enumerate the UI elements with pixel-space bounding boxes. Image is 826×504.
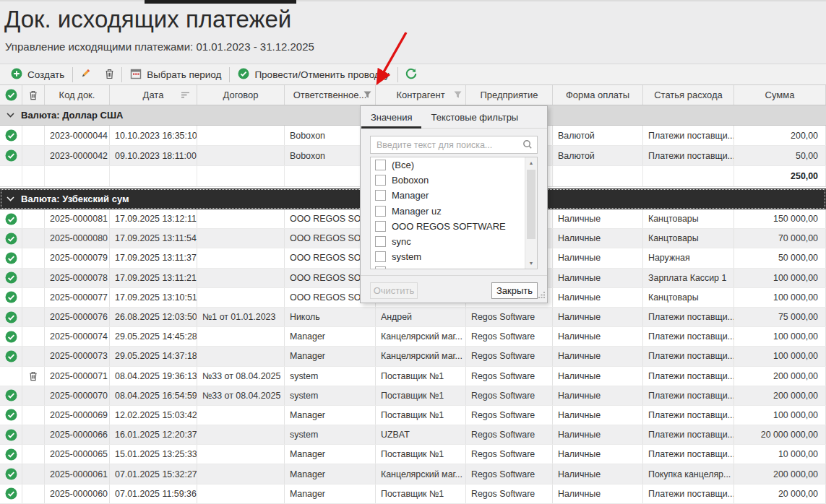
table-row[interactable]: 2025-000006515.01.2025 13:25:33ManagerПо…: [0, 445, 826, 464]
cell-expense_item: Платежи поставщи...: [643, 406, 734, 425]
cell-code: 2025-0000071: [45, 367, 110, 386]
cell-date: 26.08.2025 12:03:50: [110, 308, 197, 326]
post-button-label: Провести/Отменить проводку: [254, 69, 389, 80]
create-button[interactable]: Создать: [3, 64, 72, 84]
column-header-payment_form[interactable]: Форма оплаты: [553, 85, 643, 105]
resize-grip-icon[interactable]: [538, 288, 546, 301]
scroll-up-icon[interactable]: ▲: [525, 157, 537, 168]
filter-item[interactable]: Boboxon: [371, 173, 525, 188]
cell-date: 07.01.2025 15:32:27: [110, 464, 197, 483]
scroll-down-icon[interactable]: ▼: [525, 258, 537, 269]
table-row[interactable]: 2025-000007626.08.2025 12:03:50№1 от 01.…: [0, 308, 826, 327]
cell-expense_item: Канцтовары: [643, 229, 734, 248]
chevron-down-icon[interactable]: [7, 113, 14, 118]
column-header-contract[interactable]: Договор: [197, 85, 285, 105]
cell-code: 2025-0000069: [45, 406, 110, 425]
cell-contract: [197, 209, 285, 228]
column-header-counterparty[interactable]: Контрагент: [376, 85, 466, 105]
cell-delete: [22, 269, 45, 287]
checkbox[interactable]: [375, 251, 386, 262]
sort-icon[interactable]: [181, 90, 190, 100]
clear-filter-button[interactable]: Очистить: [370, 282, 418, 299]
checkbox[interactable]: [375, 175, 386, 186]
scrollbar-thumb[interactable]: [527, 170, 535, 239]
checkbox[interactable]: [375, 160, 386, 170]
filter-item[interactable]: sync: [371, 234, 525, 249]
column-header-code[interactable]: Код док.: [45, 85, 110, 105]
cell-date: 17.09.2025 13:11:37: [110, 248, 197, 267]
cell-status: [0, 445, 22, 464]
posted-check-icon: [5, 311, 17, 323]
close-filter-button[interactable]: Закрыть: [491, 282, 538, 299]
cell-payment_form: Наличные: [553, 288, 643, 307]
cell-counterparty: Поставщик №1: [376, 485, 466, 503]
filter-item[interactable]: Manager: [371, 188, 525, 203]
cell-enterprise: Regos Software: [466, 464, 553, 483]
cell-amount: 100 000,00: [734, 327, 826, 346]
cell-payment_form: Наличные: [553, 248, 643, 267]
cell-delete: [22, 485, 45, 503]
trash-icon: [28, 90, 38, 100]
cell-delete: [22, 386, 45, 405]
column-header-responsible[interactable]: Ответственное...: [285, 85, 376, 105]
cell-expense_item: Платежи поставщи...: [643, 308, 734, 326]
table-row[interactable]: 2025-000006007.01.2025 11:59:36ManagerПо…: [0, 485, 826, 504]
cell-contract: [197, 406, 285, 425]
post-button[interactable]: Провести/Отменить проводку: [230, 64, 397, 84]
checkbox[interactable]: [375, 190, 386, 201]
filter-item[interactable]: OOO REGOS SOFTWARE: [371, 219, 525, 234]
cell-date: 16.01.2025 12:20:37: [110, 425, 197, 444]
filter-item[interactable]: (Все): [371, 157, 525, 173]
filter-search-input[interactable]: [370, 136, 538, 154]
tab-text-filters[interactable]: Текстовые фильтры: [421, 106, 528, 128]
checkbox[interactable]: [375, 236, 386, 247]
table-row[interactable]: 2025-000007108.04.2025 19:36:13№33 от 08…: [0, 367, 826, 386]
delete-button[interactable]: [98, 64, 121, 84]
cell-code: 2025-0000060: [45, 485, 110, 503]
cell-delete: [22, 248, 45, 267]
column-header-amount[interactable]: Сумма: [734, 85, 826, 105]
column-header-status[interactable]: [0, 85, 22, 105]
posted-check-icon: [5, 149, 17, 162]
table-row[interactable]: 2025-000006912.02.2025 15:03:42ManagerПо…: [0, 406, 826, 425]
tab-values[interactable]: Значения: [361, 106, 421, 128]
checkbox[interactable]: [375, 266, 386, 269]
filter-funnel-icon[interactable]: [363, 90, 371, 100]
table-row[interactable]: 2025-000006616.01.2025 12:20:37systemUZB…: [0, 425, 826, 445]
table-row[interactable]: 2025-000007008.04.2025 16:54:59№33 от 08…: [0, 386, 826, 406]
select-period-button[interactable]: Выбрать период: [122, 64, 229, 84]
refresh-button[interactable]: [398, 64, 424, 84]
filter-item[interactable]: Manager uz: [371, 204, 525, 219]
filter-item[interactable]: system: [371, 249, 525, 264]
filter-item[interactable]: [371, 264, 525, 269]
cell-code: 2025-0000065: [45, 445, 110, 464]
cell-status: [0, 406, 22, 425]
column-header-enterprise[interactable]: Предприятие: [466, 85, 553, 105]
edit-button[interactable]: [73, 64, 98, 84]
cell-contract: [197, 327, 285, 346]
cell-amount: 100 000,00: [734, 347, 826, 365]
table-row[interactable]: 2025-000006107.01.2025 15:32:27ManagerКа…: [0, 464, 826, 484]
posted-check-icon: [5, 409, 17, 421]
cell-code: 2023-0000042: [45, 146, 110, 165]
cell-contract: [197, 126, 285, 145]
cell-enterprise: Regos Software: [466, 406, 553, 425]
cell-delete: [22, 425, 45, 444]
list-scrollbar[interactable]: ▲ ▼: [525, 157, 537, 269]
checkbox[interactable]: [375, 221, 386, 232]
cell-code: 2025-0000078: [45, 269, 110, 287]
column-header-date[interactable]: Дата: [110, 85, 197, 105]
cell-expense_item: Платежи поставщи...: [643, 386, 734, 405]
cell-code: 2025-0000070: [45, 386, 110, 405]
column-header-expense_item[interactable]: Статья расхода: [643, 85, 734, 105]
filter-funnel-icon[interactable]: [454, 90, 462, 100]
cell-payment_form: Наличные: [553, 425, 643, 444]
table-row[interactable]: 2025-000007429.05.2025 14:45:28ManagerКа…: [0, 327, 826, 347]
cell-contract: №33 от 08.04.2025: [197, 386, 285, 405]
checkbox[interactable]: [375, 206, 386, 217]
cell-enterprise: Regos Software: [466, 485, 553, 503]
column-header-delete[interactable]: [22, 85, 45, 105]
cell-responsible: Manager: [285, 347, 376, 365]
table-row[interactable]: 2025-000007329.05.2025 14:37:18ManagerКа…: [0, 347, 826, 366]
chevron-down-icon[interactable]: [7, 196, 14, 201]
